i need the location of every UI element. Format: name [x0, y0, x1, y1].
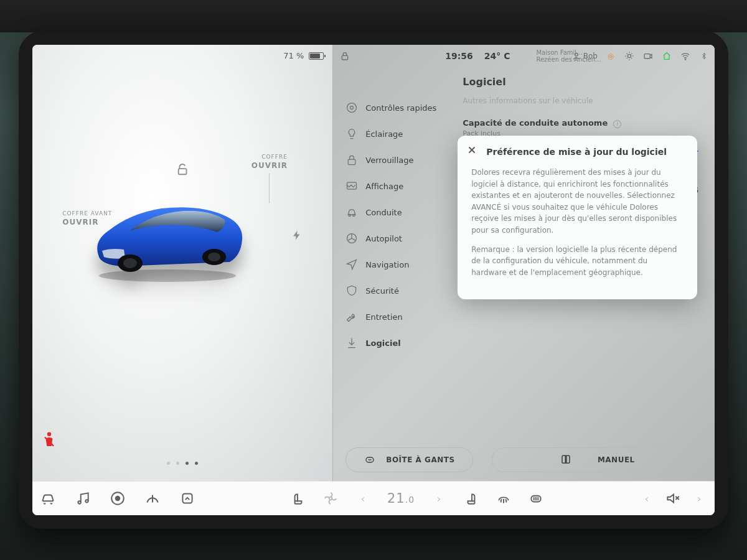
svg-point-3	[123, 258, 137, 268]
fsd-capability-label: Capacité de conduite autonome	[463, 118, 608, 128]
svg-point-11	[685, 59, 685, 60]
car-render	[87, 189, 248, 282]
music-icon[interactable]	[75, 490, 91, 506]
page-title: Logiciel	[463, 76, 701, 88]
svg-point-1	[99, 269, 236, 282]
popover-body-2: Remarque : la version logicielle la plus…	[471, 244, 684, 279]
svg-point-17	[353, 214, 355, 216]
sidebar-item-autopilot[interactable]: Autopilot	[345, 225, 451, 251]
defrost-front-icon[interactable]	[496, 490, 512, 506]
toybox-icon[interactable]	[110, 490, 126, 506]
trunk-sublabel: COFFRE	[251, 154, 288, 160]
homelink-icon[interactable]	[661, 50, 672, 62]
more-vehicle-info-link[interactable]: Autres informations sur le véhicule	[463, 96, 701, 105]
svg-point-5	[208, 253, 220, 261]
battery-percent: 71 %	[283, 51, 304, 60]
settings-sidebar: Contrôles rapides Éclairage Verrouillage…	[333, 67, 451, 444]
svg-point-16	[349, 214, 350, 216]
vehicle-lock-icon[interactable]	[339, 50, 350, 62]
info-icon[interactable]: i	[613, 120, 621, 128]
sidebar-item-service[interactable]: Entretien	[345, 304, 451, 330]
svg-point-23	[116, 497, 120, 501]
trunk-open-button[interactable]: COFFRE OUVRIR	[251, 154, 288, 203]
svg-rect-0	[179, 169, 187, 174]
svg-point-6	[47, 432, 51, 436]
defrost-rear-icon[interactable]	[528, 490, 544, 506]
outside-temp: 24° C	[484, 51, 510, 61]
volume-mute-icon[interactable]	[665, 490, 681, 506]
fan-icon[interactable]	[322, 490, 339, 506]
sidebar-item-lights[interactable]: Éclairage	[345, 121, 451, 147]
temp-up-icon[interactable]: ›	[431, 490, 447, 506]
seat-heater-left-icon[interactable]	[290, 490, 306, 506]
charge-port-icon[interactable]	[291, 228, 303, 245]
svg-point-13	[350, 106, 354, 110]
svg-point-20	[78, 501, 80, 503]
settings-panel: 19:56 24° C Maison Famil... Rezéen des A…	[332, 45, 715, 481]
update-preference-popover: Préférence de mise à jour du logiciel Do…	[458, 136, 697, 299]
dashcam-icon[interactable]	[642, 50, 654, 62]
sidebar-item-navigation[interactable]: Navigation	[345, 251, 451, 278]
popover-title: Préférence de mise à jour du logiciel	[471, 147, 684, 157]
launcher-icon[interactable]	[179, 490, 195, 506]
bluetooth-icon[interactable]	[698, 50, 710, 62]
battery-icon	[309, 52, 324, 60]
trunk-label: OUVRIR	[251, 161, 288, 170]
volume-down-icon[interactable]: ‹	[639, 490, 655, 506]
sidebar-item-locks[interactable]: Verrouillage	[345, 147, 451, 173]
svg-point-8	[575, 53, 578, 56]
svg-point-12	[347, 103, 357, 113]
svg-rect-10	[644, 54, 650, 58]
sidebar-item-display[interactable]: Affichage	[345, 173, 451, 199]
svg-rect-7	[342, 55, 348, 60]
temp-down-icon[interactable]: ‹	[355, 490, 371, 506]
svg-rect-14	[348, 159, 355, 164]
seatbelt-warning-icon	[42, 431, 56, 450]
svg-point-25	[329, 497, 332, 500]
owners-manual-button[interactable]: MANUEL	[492, 447, 702, 472]
sidebar-item-software[interactable]: Logiciel	[345, 330, 451, 356]
wipers-icon[interactable]	[144, 490, 161, 506]
close-icon[interactable]	[466, 144, 477, 156]
sidebar-item-driving[interactable]: Conduite	[345, 199, 451, 225]
wifi-icon[interactable]	[680, 50, 691, 62]
lock-open-icon[interactable]	[176, 162, 190, 179]
svg-point-21	[85, 500, 88, 502]
bottom-dock: ‹ 21.0 › ‹ ›	[32, 481, 715, 515]
sentry-icon[interactable]: ◎	[605, 50, 616, 62]
popover-body-1: Dolores recevra régulièrement des mises …	[471, 167, 684, 236]
svg-point-9	[627, 54, 631, 57]
driver-profile[interactable]: Bob	[572, 52, 598, 60]
right-header: 19:56 24° C Maison Famil... Rezéen des A…	[333, 45, 715, 67]
brightness-icon[interactable]	[624, 50, 635, 62]
sidebar-item-quick-controls[interactable]: Contrôles rapides	[345, 95, 451, 121]
card-pager[interactable]	[32, 462, 332, 465]
glovebox-button[interactable]: BOÎTE À GANTS	[345, 447, 472, 472]
seat-heater-right-icon[interactable]	[463, 490, 479, 506]
clock: 19:56	[445, 51, 473, 61]
car-status-panel: 71 % COFFRE AVANT OUVRIR COFFRE OUVRIR	[32, 45, 332, 481]
volume-up-icon[interactable]: ›	[691, 490, 707, 506]
climate-temp[interactable]: 21.0	[387, 491, 415, 506]
sidebar-item-safety[interactable]: Sécurité	[345, 278, 451, 304]
car-app-icon[interactable]	[40, 490, 56, 506]
status-row: 71 %	[283, 51, 324, 60]
